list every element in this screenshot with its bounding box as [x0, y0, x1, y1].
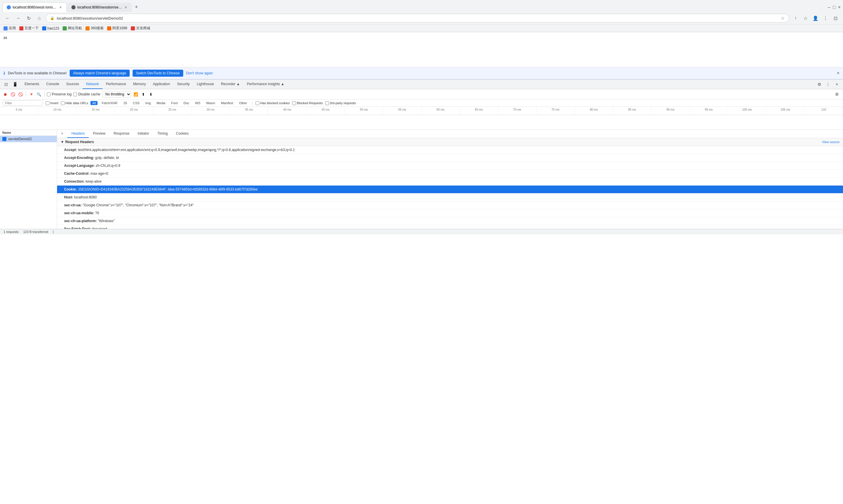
- bookmark-baidu[interactable]: 百度一下: [19, 26, 39, 31]
- invert-input[interactable]: [46, 101, 50, 105]
- detail-tab-headers[interactable]: Headers: [67, 130, 89, 138]
- hide-data-urls-checkbox[interactable]: Hide data URLs: [61, 101, 88, 105]
- tab-close-2[interactable]: ×: [124, 5, 128, 10]
- disable-cache-input[interactable]: [73, 92, 77, 96]
- tab-1[interactable]: localhost:8080/sesst ion/servle... ×: [2, 2, 67, 12]
- has-blocked-cookies-checkbox[interactable]: Has blocked cookies: [255, 101, 290, 105]
- view-source-link[interactable]: View source: [822, 140, 840, 144]
- tab-lighthouse[interactable]: Lighthouse: [193, 79, 217, 89]
- devtools-device-button[interactable]: 📱: [11, 80, 19, 88]
- bookmark-ali[interactable]: 阿里1688: [107, 26, 127, 31]
- filter-manifest[interactable]: Manifest: [219, 101, 235, 105]
- header-name-cache-control: Cache-Control:: [64, 172, 90, 176]
- bookmark-360[interactable]: 360搜索: [86, 26, 104, 31]
- stop-button[interactable]: 🚫: [10, 91, 16, 97]
- detail-tab-timing[interactable]: Timing: [153, 130, 172, 138]
- filter-wasm[interactable]: Wasm: [204, 101, 217, 105]
- reload-button[interactable]: ↻: [24, 14, 33, 22]
- mark-35ms: 35 ms: [230, 107, 268, 115]
- filter-all[interactable]: All: [90, 101, 97, 105]
- bookmark-jd[interactable]: 京东商城: [131, 26, 150, 31]
- record-button[interactable]: ⏺: [2, 91, 8, 97]
- filter-img[interactable]: Img: [144, 101, 153, 105]
- profile-button[interactable]: 👤: [811, 14, 820, 22]
- devtools-close-icon[interactable]: ×: [833, 80, 841, 88]
- tab-perf-insights[interactable]: Performance insights ▲: [244, 79, 288, 89]
- invert-checkbox[interactable]: Invert: [46, 101, 58, 105]
- filter-css[interactable]: CSS: [131, 101, 141, 105]
- mark-100ms: 100 ms: [728, 107, 766, 115]
- has-blocked-cookies-input[interactable]: [255, 101, 259, 105]
- mark-50ms: 50 ms: [345, 107, 383, 115]
- notification-dont-show-button[interactable]: Don't show again: [186, 71, 213, 75]
- tab-favicon-2: [71, 5, 75, 10]
- filter-media[interactable]: Media: [155, 101, 167, 105]
- devtools-more-icon[interactable]: ⋮: [824, 80, 832, 88]
- filter-fetch-xhr[interactable]: Fetch/XHR: [100, 101, 119, 105]
- bookmark-wangzhi[interactable]: 网址导航: [62, 26, 82, 31]
- home-button[interactable]: ⌂: [35, 14, 43, 22]
- filter-doc[interactable]: Doc: [182, 101, 191, 105]
- filter-button[interactable]: 🔻: [29, 91, 34, 97]
- window-minimize[interactable]: –: [828, 5, 830, 10]
- new-tab-button[interactable]: +: [132, 3, 141, 12]
- tab-memory[interactable]: Memory: [130, 79, 149, 89]
- request-headers-section[interactable]: ▼ Request Headers View source: [57, 138, 843, 146]
- devtools-side-button[interactable]: ⊡: [831, 14, 840, 22]
- tab-2[interactable]: localhost:8080/sesstion/servle... ×: [67, 3, 132, 12]
- notification-switch-chinese-button[interactable]: Switch DevTools to Chinese: [132, 70, 183, 77]
- tab-sources[interactable]: Sources: [62, 79, 83, 89]
- tab-performance[interactable]: Performance: [103, 79, 130, 89]
- window-maximize[interactable]: □: [833, 5, 836, 10]
- bookmark-hao123[interactable]: hao123: [42, 26, 59, 31]
- url-bar[interactable]: 🔒 localhost:8080/sesstion/servletDemo02 …: [46, 14, 789, 22]
- search-button[interactable]: 🔍: [36, 91, 42, 97]
- export-button[interactable]: ⬇: [148, 91, 154, 97]
- tab-console[interactable]: Console: [43, 79, 62, 89]
- bookmark-label-hao123: hao123: [48, 26, 59, 31]
- bookmark-button[interactable]: ☆: [802, 14, 810, 22]
- filter-ws[interactable]: WS: [194, 101, 202, 105]
- preserve-log-checkbox[interactable]: Preserve log: [47, 92, 71, 96]
- forward-button[interactable]: →: [14, 14, 22, 22]
- disable-cache-checkbox[interactable]: Disable cache: [73, 92, 100, 96]
- third-party-input[interactable]: [325, 101, 329, 105]
- filter-font[interactable]: Font: [169, 101, 179, 105]
- notification-match-language-button[interactable]: Always match Chrome's language: [70, 70, 130, 77]
- bookmark-apps[interactable]: 应用: [3, 26, 16, 31]
- list-item[interactable]: servletDemo02: [0, 136, 57, 142]
- filter-input[interactable]: [2, 101, 43, 106]
- detail-tab-preview[interactable]: Preview: [89, 130, 109, 138]
- preserve-log-input[interactable]: [47, 92, 51, 96]
- blocked-requests-checkbox[interactable]: Blocked Requests: [292, 101, 323, 105]
- detail-tab-cookies[interactable]: Cookies: [172, 130, 193, 138]
- wifi-icon[interactable]: 📶: [133, 91, 139, 97]
- tab-close-1[interactable]: ×: [59, 5, 62, 10]
- back-button[interactable]: ←: [3, 14, 12, 22]
- tab-elements[interactable]: Elements: [21, 79, 43, 89]
- tab-security[interactable]: Security: [174, 79, 193, 89]
- window-close[interactable]: ×: [838, 5, 841, 10]
- devtools-inspect-button[interactable]: ⊡: [2, 80, 10, 88]
- share-button[interactable]: ↑: [791, 14, 800, 22]
- network-settings-icon[interactable]: ⚙: [833, 90, 841, 98]
- tab-network[interactable]: Network: [83, 79, 103, 89]
- tab-application[interactable]: Application: [149, 79, 174, 89]
- star-icon[interactable]: ☆: [781, 16, 785, 20]
- hide-data-urls-input[interactable]: [61, 101, 65, 105]
- detail-tab-initiator[interactable]: Initiator: [133, 130, 153, 138]
- mark-60ms: 60 ms: [422, 107, 460, 115]
- detail-close-x[interactable]: ×: [57, 130, 67, 138]
- filter-js[interactable]: JS: [122, 101, 129, 105]
- devtools-settings-icon[interactable]: ⚙: [815, 80, 823, 88]
- clear-button[interactable]: 🚫: [18, 91, 23, 97]
- tab-recorder[interactable]: Recorder ▲: [217, 79, 244, 89]
- throttling-select[interactable]: No throttling: [102, 91, 131, 97]
- blocked-requests-input[interactable]: [292, 101, 296, 105]
- filter-other[interactable]: Other: [237, 101, 249, 105]
- menu-button[interactable]: ⋮: [821, 14, 829, 22]
- third-party-checkbox[interactable]: 3rd-party requests: [325, 101, 356, 105]
- detail-tab-response[interactable]: Response: [109, 130, 133, 138]
- import-button[interactable]: ⬆: [141, 91, 146, 97]
- notification-close-icon[interactable]: ×: [837, 71, 840, 76]
